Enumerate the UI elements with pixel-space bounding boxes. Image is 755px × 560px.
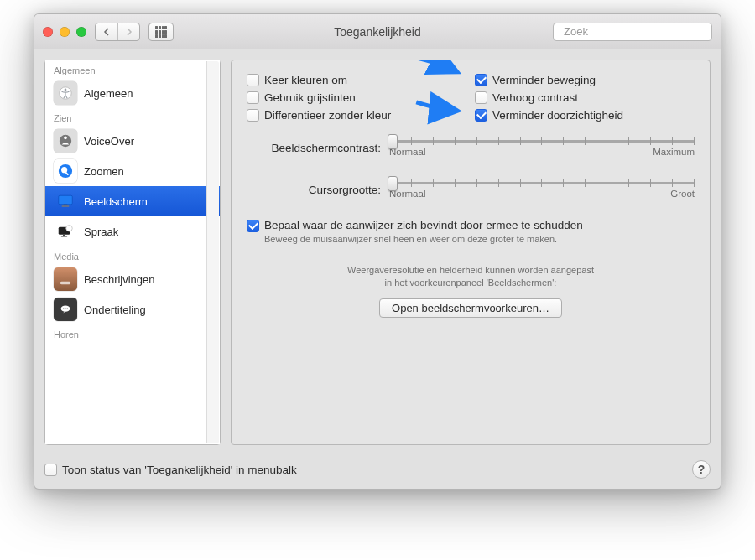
titlebar: Toegankelijkheid xyxy=(34,14,721,49)
svg-point-19 xyxy=(65,308,65,309)
checkbox-icon xyxy=(247,109,259,122)
check-label: Gebruik grijstinten xyxy=(264,91,356,104)
checkbox-icon xyxy=(247,91,259,104)
check-differentiate[interactable]: Differentieer zonder kleur xyxy=(247,109,466,122)
check-reduce-transparency[interactable]: Verminder doorzichtigheid xyxy=(475,109,695,122)
sidebar-item-label: Zoomen xyxy=(84,165,124,178)
sidebar-item-descriptions[interactable]: Beschrijvingen xyxy=(45,264,220,294)
svg-rect-14 xyxy=(61,236,68,237)
checkbox-icon xyxy=(247,74,259,86)
sidebar-item-label: Algemeen xyxy=(84,87,133,100)
sidebar-item-label: VoiceOver xyxy=(84,135,134,148)
check-grayscale[interactable]: Gebruik grijstinten xyxy=(247,91,466,104)
sidebar-scroll[interactable]: Algemeen Algemeen Zien VoiceOver xyxy=(45,60,220,444)
svg-point-15 xyxy=(66,226,73,232)
sidebar-item-label: Beeldscherm xyxy=(84,195,148,208)
slider-thumb[interactable] xyxy=(388,176,398,191)
display-options: Keer kleuren om Verminder beweging Gebru… xyxy=(247,74,695,122)
sidebar-item-label: Beschrijvingen xyxy=(84,273,155,286)
slider-track[interactable]: Normaal Maximum xyxy=(389,135,695,160)
forward-button[interactable] xyxy=(117,23,139,40)
slider-display-contrast: Beeldschermcontrast: Normaal Maximum xyxy=(247,135,695,160)
checkbox-icon xyxy=(44,464,57,476)
display-pane: Keer kleuren om Verminder beweging Gebru… xyxy=(231,60,711,445)
check-increase-contrast[interactable]: Verhoog contrast xyxy=(475,91,695,104)
svg-point-5 xyxy=(64,137,67,140)
window-footer: Toon status van 'Toegankelijkheid' in me… xyxy=(34,455,721,489)
speech-icon xyxy=(54,220,77,243)
slider-thumb[interactable] xyxy=(388,134,398,149)
zoom-icon xyxy=(54,159,77,183)
check-label: Verhoog contrast xyxy=(492,91,578,104)
checkbox-icon xyxy=(247,220,259,232)
zoom-icon[interactable] xyxy=(76,27,86,37)
sidebar-heading-seeing: Zien xyxy=(45,108,220,126)
descriptions-icon xyxy=(54,267,77,291)
checkbox-icon xyxy=(475,74,487,86)
close-icon[interactable] xyxy=(43,27,53,37)
sidebar-heading-general: Algemeen xyxy=(45,60,220,78)
check-label: Keer kleuren om xyxy=(264,74,347,86)
svg-point-20 xyxy=(67,308,68,309)
slider-label: Cursorgrootte: xyxy=(247,184,389,196)
voiceover-icon xyxy=(54,129,77,153)
svg-rect-13 xyxy=(63,235,65,236)
sidebar-item-voiceover[interactable]: VoiceOver xyxy=(45,126,220,156)
svg-point-18 xyxy=(63,308,64,309)
check-label: Bepaal waar de aanwijzer zich bevindt do… xyxy=(264,219,583,231)
slider-cursor-size: Cursorgrootte: Normaal Groot xyxy=(247,177,695,202)
subtitles-icon xyxy=(54,298,77,321)
svg-point-3 xyxy=(65,89,67,91)
svg-rect-16 xyxy=(60,282,71,285)
grid-icon xyxy=(155,26,167,38)
svg-rect-9 xyxy=(59,195,73,205)
sidebar-heading-hearing: Horen xyxy=(45,324,220,342)
search-input[interactable] xyxy=(562,24,706,39)
slider-track[interactable]: Normaal Groot xyxy=(389,177,695,202)
check-invert-colors[interactable]: Keer kleuren om xyxy=(247,74,466,86)
check-reduce-motion[interactable]: Verminder beweging xyxy=(475,74,695,86)
accessibility-icon xyxy=(54,81,77,105)
check-menubar-status[interactable]: Toon status van 'Toegankelijkheid' in me… xyxy=(44,464,297,476)
sidebar: Algemeen Algemeen Zien VoiceOver xyxy=(44,60,221,445)
accessibility-window: Toegankelijkheid Algemeen xyxy=(34,13,721,490)
display-hint: Weergaveresolutie en helderheid kunnen w… xyxy=(247,264,695,290)
svg-point-7 xyxy=(61,167,67,173)
check-shake-to-locate[interactable]: Bepaal waar de aanwijzer zich bevindt do… xyxy=(247,219,695,232)
shake-subtext: Beweeg de muisaanwijzer snel heen en wee… xyxy=(264,234,695,244)
checkbox-icon xyxy=(475,109,487,122)
sidebar-item-label: Ondertiteling xyxy=(84,303,146,316)
sidebar-heading-media: Media xyxy=(45,246,220,264)
help-button[interactable]: ? xyxy=(692,460,711,479)
sidebar-item-zoom[interactable]: Zoomen xyxy=(45,156,220,186)
nav-back-forward xyxy=(95,23,140,41)
check-label: Verminder doorzichtigheid xyxy=(492,109,623,122)
search-field[interactable] xyxy=(553,23,712,41)
window-controls xyxy=(43,27,86,37)
svg-rect-10 xyxy=(64,205,68,206)
open-displays-prefs-button[interactable]: Open beeldschermvoorkeuren… xyxy=(379,298,562,318)
slider-max-label: Maximum xyxy=(653,147,695,157)
minimize-icon[interactable] xyxy=(60,27,70,37)
svg-rect-11 xyxy=(62,205,70,207)
sidebar-item-label: Spraak xyxy=(84,226,118,238)
show-all-button[interactable] xyxy=(148,23,174,41)
sidebar-item-subtitles[interactable]: Ondertiteling xyxy=(45,294,220,324)
slider-label: Beeldschermcontrast: xyxy=(247,142,389,154)
sidebar-item-speech[interactable]: Spraak xyxy=(45,216,220,246)
check-label: Verminder beweging xyxy=(492,74,596,86)
back-button[interactable] xyxy=(96,23,117,40)
body: Algemeen Algemeen Zien VoiceOver xyxy=(34,49,721,455)
display-icon xyxy=(54,189,77,213)
check-label: Differentieer zonder kleur xyxy=(264,109,391,122)
sidebar-item-display[interactable]: Beeldscherm xyxy=(45,186,220,216)
check-label: Toon status van 'Toegankelijkheid' in me… xyxy=(62,464,297,476)
slider-max-label: Groot xyxy=(670,189,695,199)
checkbox-icon xyxy=(475,91,487,104)
sidebar-item-general[interactable]: Algemeen xyxy=(45,78,220,108)
